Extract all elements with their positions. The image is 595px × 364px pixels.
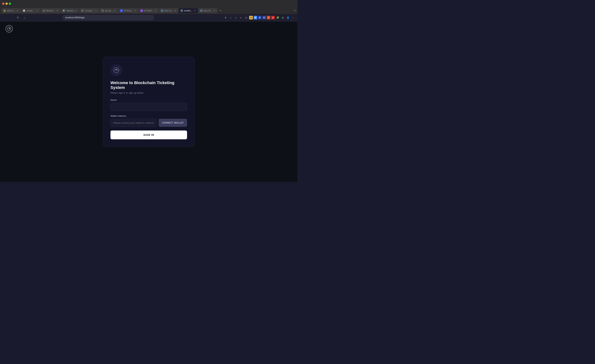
tab-label: ETHIndi...: [124, 9, 133, 12]
menu-icon[interactable]: ⋮: [291, 15, 295, 20]
extension-fox-icon[interactable]: F: [267, 16, 270, 19]
readinglist-icon[interactable]: ƒ: [234, 15, 238, 20]
tab-close-icon[interactable]: ✕: [134, 9, 136, 12]
tab-favicon: 🌊: [63, 9, 65, 12]
login-card: Welcome to Blockchain Ticketing System P…: [103, 57, 195, 147]
svg-point-1: [9, 28, 10, 29]
tab-newtab1[interactable]: 🌐 New Ta... ✕: [159, 8, 178, 13]
tab-compute[interactable]: ⬡ Comput... ✕: [79, 8, 99, 13]
tabs-bar: 🔒 auth.co... ✕ 📝 Create ... ✕ △ Blockch.…: [0, 7, 298, 14]
new-tab-button[interactable]: +: [218, 8, 223, 13]
tab-label: New Ta...: [164, 9, 173, 12]
tabs-overflow-chevron[interactable]: ▾: [293, 9, 296, 13]
bookmark-icon[interactable]: ☆: [229, 15, 233, 20]
connect-wallet-button[interactable]: CONNECT WALLET: [159, 119, 187, 127]
tab-favicon: 🔒: [3, 9, 6, 12]
tab-favicon: 🌐: [161, 9, 163, 12]
back-button[interactable]: ←: [2, 15, 7, 20]
name-input[interactable]: [110, 103, 187, 111]
tab-label: Blockch...: [46, 9, 55, 12]
tab-close-icon[interactable]: ✕: [174, 9, 177, 12]
tab-close-icon[interactable]: ✕: [154, 9, 157, 12]
extension-red-icon[interactable]: X: [271, 16, 275, 19]
card-subtitle: Please sign in or sign up below.: [110, 92, 187, 94]
home-button[interactable]: ⌂: [22, 15, 27, 20]
card-logo: [110, 64, 122, 76]
reload-button[interactable]: ↻: [15, 15, 21, 20]
pip-icon[interactable]: ⊡: [244, 15, 248, 20]
profile-icon[interactable]: 👤: [286, 15, 290, 20]
svg-point-2: [114, 68, 119, 73]
tab-ethindia1[interactable]: E ETHIndi... ✕: [118, 8, 138, 13]
tab-favicon: E: [120, 9, 123, 12]
translate-icon[interactable]: ✏: [239, 15, 243, 20]
sign-in-button[interactable]: SIGN IN: [110, 130, 187, 139]
tab-label: auth.co...: [7, 9, 15, 12]
tab-close-icon[interactable]: ✕: [75, 9, 77, 12]
page-content: Welcome to Blockchain Ticketing System P…: [0, 21, 298, 182]
tab-label: Create ...: [27, 9, 35, 12]
toolbar-icons: ⬆ ☆ ƒ ✏ ⊡ S M B K F X 🧩 ⊞ 👤 ⋮: [224, 15, 295, 20]
url-bar[interactable]: localhost:3000/login: [63, 15, 154, 20]
app-logo: [6, 25, 13, 32]
tab-favicon: 📝: [23, 9, 25, 12]
name-label: Name: [110, 99, 187, 101]
tab-close-icon[interactable]: ✕: [95, 9, 97, 12]
tab-favicon: ⬡: [81, 9, 84, 12]
tab-favicon: ⬡: [101, 9, 104, 12]
card-title: Welcome to Blockchain Ticketing System: [110, 80, 187, 90]
tab-label: Comput...: [85, 9, 94, 12]
share-icon[interactable]: ⬆: [224, 15, 228, 20]
tab-ethindia2[interactable]: E ETHIndi... ✕: [139, 8, 159, 13]
tab-favicon: 🌐: [180, 9, 183, 12]
tab-gist[interactable]: ⬡ gist.git... ✕: [99, 8, 118, 13]
tab-close-icon[interactable]: ✕: [113, 9, 116, 12]
tab-favicon: △: [43, 9, 45, 12]
extension-stats-icon[interactable]: S: [249, 16, 253, 19]
title-bar: [0, 0, 298, 7]
tab-newtab2[interactable]: 🌐 New Ta... ✕: [198, 8, 218, 13]
wallet-row: CONNECT WALLET: [110, 119, 187, 127]
tab-close-icon[interactable]: ✕: [193, 9, 196, 12]
extension-keplr-icon[interactable]: K: [262, 16, 266, 19]
tab-favicon: 🌐: [200, 9, 203, 12]
browser-chrome: 🔒 auth.co... ✕ 📝 Create ... ✕ △ Blockch.…: [0, 0, 298, 21]
tab-close-icon[interactable]: ✕: [56, 9, 59, 12]
tab-label: gist.git...: [105, 9, 113, 12]
tab-close-icon[interactable]: ✕: [36, 9, 39, 12]
traffic-light-minimize[interactable]: [6, 3, 8, 5]
tab-label: localho...: [184, 9, 192, 12]
tab-tailwind[interactable]: 🌊 Tailwind ✕: [61, 8, 79, 13]
tab-close-icon[interactable]: ✕: [16, 9, 19, 12]
extensions-icon[interactable]: 🧩: [276, 15, 280, 20]
extension-blue-icon[interactable]: B: [258, 16, 262, 19]
wallet-label: Wallet Address: [110, 114, 187, 117]
forward-button[interactable]: →: [9, 15, 14, 20]
traffic-light-close[interactable]: [2, 3, 4, 5]
tab-close-icon[interactable]: ✕: [213, 9, 216, 12]
tab-label: Tailwind: [66, 9, 73, 12]
wallet-address-input[interactable]: [110, 119, 157, 127]
traffic-light-maximize[interactable]: [9, 3, 11, 5]
tab-label: ETHIndi...: [144, 9, 153, 12]
svg-point-0: [7, 27, 11, 31]
sidebar-icon[interactable]: ⊞: [281, 15, 285, 20]
tab-label: New Ta...: [204, 9, 212, 12]
extension-metamask-icon[interactable]: M: [254, 16, 257, 19]
tab-localhost[interactable]: 🌐 localho... ✕: [179, 8, 198, 13]
tab-create[interactable]: 📝 Create ... ✕: [21, 8, 40, 13]
address-bar: ← → ↻ ⌂ localhost:3000/login ⬆ ☆ ƒ ✏ ⊡ S…: [0, 14, 298, 21]
tab-auth[interactable]: 🔒 auth.co... ✕: [1, 8, 21, 13]
tab-blockchain[interactable]: △ Blockch... ✕: [41, 8, 61, 13]
tab-favicon: E: [141, 9, 143, 12]
